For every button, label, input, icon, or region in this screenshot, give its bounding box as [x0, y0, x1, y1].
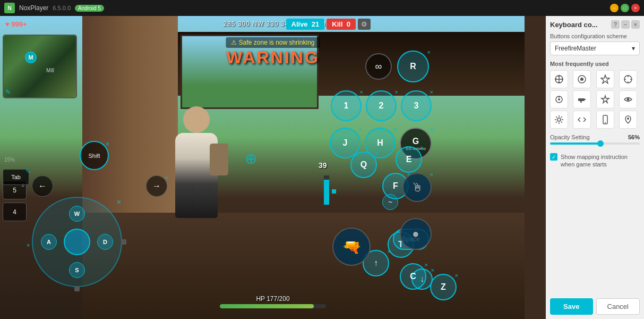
- key-d-button[interactable]: D: [97, 234, 113, 250]
- inventory-left: 2 5 4: [3, 181, 27, 223]
- cancel-button[interactable]: Cancel: [596, 298, 640, 315]
- opacity-header: Opacity Setting 56%: [550, 134, 640, 140]
- svg-rect-20: [584, 99, 586, 100]
- ammo-indicator: [332, 189, 336, 194]
- aim-button-container: 🖱 ×: [402, 173, 432, 202]
- crosshair-icon: ⊕: [245, 149, 257, 167]
- show-mapping-checkbox[interactable]: ✓: [550, 153, 557, 161]
- svg-point-27: [627, 117, 629, 120]
- wasd-joystick: W A S D ×: [32, 197, 122, 287]
- icon-aim[interactable]: [619, 70, 637, 88]
- panel-title: Keyboard co...: [550, 21, 598, 29]
- icon-look[interactable]: [573, 70, 591, 88]
- ammo-bar-bg: [324, 175, 329, 205]
- tilde-button[interactable]: ~: [382, 194, 398, 210]
- arrow-right-container: → ×: [146, 175, 167, 197]
- icon-code[interactable]: [573, 111, 591, 129]
- key-j-close-icon[interactable]: ×: [359, 126, 362, 132]
- dark-circle-button[interactable]: ●: [400, 218, 432, 250]
- key-q-button[interactable]: Q: [350, 152, 377, 178]
- key-c-button[interactable]: C: [400, 263, 426, 290]
- slot-4-key: 4: [13, 208, 16, 216]
- joystick-resize-bottom[interactable]: [74, 286, 80, 291]
- aim-close-icon[interactable]: ×: [430, 171, 433, 178]
- key-down-close-icon[interactable]: ×: [431, 267, 434, 273]
- slot-4-close-icon[interactable]: ×: [27, 242, 30, 248]
- arrow-left-button[interactable]: ←: [32, 175, 53, 197]
- close-button[interactable]: ×: [631, 4, 640, 12]
- joystick-resize-right[interactable]: [121, 239, 126, 245]
- key-z-button[interactable]: Z: [430, 274, 457, 300]
- icon-fire[interactable]: [596, 70, 614, 88]
- num-keys-row: 1 × 2 × 3 ×: [331, 90, 432, 121]
- maximize-button[interactable]: □: [621, 4, 629, 12]
- alive-label: Alive: [291, 20, 308, 28]
- config-select-dropdown[interactable]: FreefireMaster ▾: [550, 41, 640, 55]
- panel-help-button[interactable]: ?: [611, 20, 620, 29]
- key-s-button[interactable]: S: [69, 262, 85, 278]
- hp-bar-fill: [220, 304, 314, 308]
- key-e-button[interactable]: E: [396, 146, 422, 173]
- key-2-close-icon[interactable]: ×: [395, 89, 398, 95]
- shift-button[interactable]: Shift ×: [80, 141, 109, 170]
- r-slot-container: R ×: [397, 51, 429, 82]
- icon-gun[interactable]: [573, 90, 591, 108]
- safe-zone-warning: ⚠ Safe zone is now shrinking: [226, 37, 320, 48]
- arrow-right-close-icon[interactable]: ×: [165, 174, 168, 181]
- settings-badge[interactable]: ⚙: [358, 19, 371, 30]
- window-controls: − □ ×: [610, 4, 640, 12]
- inventory-slot-4[interactable]: 4: [3, 203, 27, 221]
- opacity-badge-left: 15%: [4, 157, 15, 163]
- panel-header: Keyboard co... ? − ×: [550, 20, 640, 29]
- key-h-close-icon[interactable]: ×: [394, 126, 397, 132]
- minimap-player-marker: M: [25, 52, 37, 63]
- shift-close-icon[interactable]: ×: [106, 140, 109, 148]
- key-w-button[interactable]: W: [69, 206, 85, 222]
- main-content: ♥ 999+ 285 300 NW 330 345 N 15 30 NE 60 …: [0, 16, 644, 319]
- minimap-edit-icon[interactable]: ✎: [5, 88, 11, 96]
- key-q-close-icon[interactable]: ×: [375, 150, 379, 156]
- key-r-button[interactable]: R: [397, 51, 429, 82]
- icon-gear[interactable]: [550, 111, 568, 129]
- key-1-close-icon[interactable]: ×: [360, 89, 363, 95]
- icon-mobile[interactable]: [596, 111, 614, 129]
- opacity-slider[interactable]: [550, 142, 640, 145]
- icon-star[interactable]: [596, 90, 614, 108]
- character-body: [175, 133, 218, 218]
- arrow-right-button[interactable]: → ×: [146, 175, 167, 197]
- icon-move[interactable]: [550, 70, 568, 88]
- opacity-slider-thumb[interactable]: [597, 140, 604, 147]
- tab-close-icon[interactable]: ✎: [25, 168, 30, 175]
- icon-eye[interactable]: [619, 90, 637, 108]
- key-3-button[interactable]: 3: [401, 90, 432, 121]
- key-e-close-icon[interactable]: ×: [420, 145, 424, 151]
- app-version: 6.5.0.0: [53, 5, 71, 11]
- title-bar: N NoxPlayer 6.5.0.0 Android 5 − □ ×: [0, 0, 644, 16]
- panel-min-button[interactable]: −: [621, 20, 630, 29]
- weapon-button-container: 🔫: [332, 228, 371, 266]
- infinity-slot[interactable]: ∞: [365, 53, 392, 80]
- joystick-close-icon[interactable]: ×: [117, 198, 121, 206]
- tab-button[interactable]: Tab ✎: [3, 169, 29, 185]
- icon-location[interactable]: [619, 111, 637, 129]
- key-z-close-icon[interactable]: ×: [455, 272, 458, 279]
- key-1-button[interactable]: 1: [331, 90, 362, 121]
- minimap-background: M Mill ✎: [4, 36, 76, 97]
- save-button[interactable]: Save: [550, 298, 593, 315]
- key-c-close-icon[interactable]: ×: [425, 262, 428, 268]
- key-g-close-icon[interactable]: ×: [430, 126, 433, 132]
- key-a-button[interactable]: A: [41, 234, 57, 250]
- svg-point-23: [626, 98, 629, 101]
- key-up-close-icon[interactable]: ×: [388, 248, 391, 255]
- key-3-close-icon[interactable]: ×: [430, 89, 433, 95]
- icon-sight[interactable]: [550, 90, 568, 108]
- weapon-button[interactable]: 🔫: [332, 228, 371, 266]
- minimize-button[interactable]: −: [610, 4, 619, 12]
- joystick-outer-ring[interactable]: W A S D ×: [32, 197, 122, 287]
- panel-footer: Save Cancel: [550, 298, 640, 315]
- aim-button[interactable]: 🖱: [402, 173, 432, 202]
- kill-label: Kill: [332, 20, 342, 28]
- key-2-button[interactable]: 2: [366, 90, 397, 121]
- panel-close-button[interactable]: ×: [631, 20, 640, 29]
- r-close-icon[interactable]: ×: [427, 49, 431, 55]
